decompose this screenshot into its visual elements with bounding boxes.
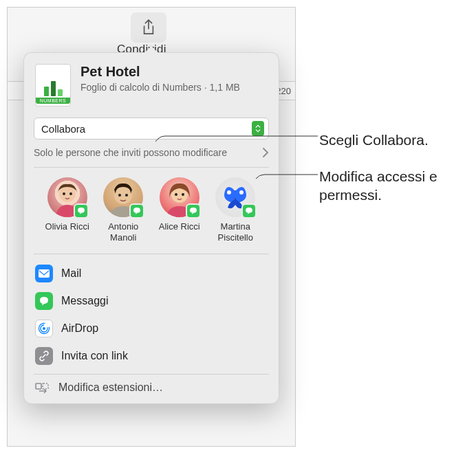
- callout-modify-access: Modifica accessi e permessi.: [319, 167, 476, 205]
- document-subtitle: Foglio di calcolo di Numbers · 1,1 MB: [80, 81, 268, 94]
- option-label: Mail: [61, 267, 81, 280]
- svg-point-8: [182, 193, 184, 196]
- option-label: AirDrop: [61, 322, 98, 335]
- contact-item[interactable]: Antonio Manoli: [97, 177, 151, 243]
- messages-badge-icon: [186, 203, 201, 219]
- svg-point-11: [239, 190, 244, 194]
- permission-row[interactable]: Solo le persone che inviti possono modif…: [34, 146, 269, 168]
- document-title: Pet Hotel: [80, 64, 268, 80]
- contact-item[interactable]: Olivia Ricci: [41, 177, 94, 243]
- option-messages[interactable]: Messaggi: [34, 287, 269, 315]
- svg-rect-12: [39, 269, 50, 278]
- share-icon: [141, 18, 156, 37]
- svg-point-5: [125, 194, 128, 197]
- svg-rect-16: [36, 383, 41, 389]
- contacts-row: Olivia Ricci Antonio Manoli: [34, 168, 269, 254]
- svg-rect-17: [43, 383, 48, 389]
- document-icon: NUMBERS: [35, 64, 71, 107]
- svg-point-7: [175, 193, 177, 196]
- contact-name: Martina Piscitello: [209, 221, 263, 243]
- contact-name: Olivia Ricci: [45, 221, 89, 232]
- option-label: Messaggi: [61, 295, 108, 307]
- avatar: [215, 177, 255, 217]
- edit-extensions-label: Modifica estensioni…: [58, 381, 163, 394]
- document-extension-label: NUMBERS: [36, 98, 70, 104]
- mail-icon: [39, 269, 50, 278]
- option-mail[interactable]: Mail: [34, 260, 269, 287]
- contact-name: Antonio Manoli: [97, 221, 151, 243]
- contact-item[interactable]: Martina Piscitello: [209, 177, 263, 243]
- svg-point-4: [118, 194, 121, 197]
- document-header: NUMBERS Pet Hotel Foglio di calcolo di N…: [24, 53, 279, 113]
- messages-badge-icon: [129, 203, 144, 219]
- option-airdrop[interactable]: AirDrop: [34, 315, 269, 342]
- contact-item[interactable]: Alice Ricci: [153, 177, 206, 243]
- avatar: [160, 177, 199, 217]
- share-popover: NUMBERS Pet Hotel Foglio di calcolo di N…: [23, 52, 279, 404]
- select-stepper-icon: [252, 121, 264, 136]
- collaborate-select-label: Collabora: [41, 123, 85, 135]
- airdrop-icon: [38, 322, 50, 335]
- share-toolbar-button[interactable]: [131, 12, 166, 43]
- svg-point-10: [227, 190, 231, 194]
- extensions-icon: [35, 381, 50, 394]
- chevron-right-icon: [262, 147, 269, 158]
- permission-text: Solo le persone che inviti possono modif…: [34, 146, 257, 159]
- contact-name: Alice Ricci: [159, 221, 200, 232]
- avatar: [103, 177, 143, 217]
- messages-icon: [39, 296, 50, 306]
- svg-point-2: [69, 192, 72, 195]
- option-label: Invita con link: [61, 350, 128, 362]
- link-icon: [39, 350, 50, 361]
- messages-badge-icon: [241, 203, 257, 219]
- svg-point-1: [63, 192, 65, 195]
- messages-badge-icon: [74, 203, 89, 219]
- avatar: [47, 177, 87, 217]
- svg-point-13: [43, 327, 45, 330]
- edit-extensions-row[interactable]: Modifica estensioni…: [24, 375, 279, 398]
- callout-choose-collaborate: Scegli Collabora.: [319, 131, 429, 149]
- share-options-list: Mail Messaggi AirDrop: [24, 254, 279, 370]
- option-invite-link[interactable]: Invita con link: [34, 342, 269, 370]
